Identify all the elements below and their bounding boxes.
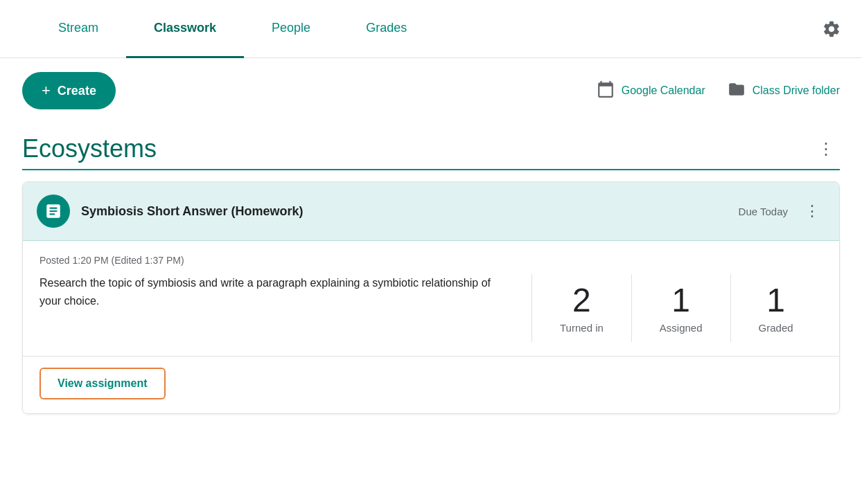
tab-grades[interactable]: Grades <box>338 0 434 58</box>
top-nav: Stream Classwork People Grades <box>0 0 862 58</box>
assignment-icon <box>37 195 70 228</box>
graded-label: Graded <box>759 322 793 334</box>
assignment-title: Symbiosis Short Answer (Homework) <box>81 204 733 219</box>
view-assignment-row: View assignment <box>23 357 839 413</box>
stat-assigned[interactable]: 1 Assigned <box>632 274 731 342</box>
turned-in-number: 2 <box>572 282 591 319</box>
tab-classwork[interactable]: Classwork <box>126 0 244 58</box>
stat-turned-in[interactable]: 2 Turned in <box>532 274 632 342</box>
create-button[interactable]: + Create <box>22 72 116 109</box>
tab-grades-label: Grades <box>366 21 407 35</box>
toolbar: + Create Google Calendar Class Drive fol… <box>0 58 862 123</box>
stat-graded[interactable]: 1 Graded <box>731 274 821 342</box>
create-label: Create <box>58 84 96 98</box>
main-content: Ecosystems ⋮ Symbiosis Short Answer (Hom… <box>0 123 862 414</box>
due-label: Due Today <box>739 206 788 217</box>
assigned-number: 1 <box>671 282 690 319</box>
graded-number: 1 <box>766 282 785 319</box>
nav-tabs: Stream Classwork People Grades <box>17 0 818 58</box>
stats-row: 2 Turned in 1 Assigned 1 Graded <box>531 274 823 342</box>
posted-time: Posted 1:20 PM (Edited 1:37 PM) <box>39 255 823 266</box>
assigned-label: Assigned <box>660 322 703 334</box>
assignment-content: Research the topic of symbiosis and writ… <box>39 274 823 342</box>
calendar-icon <box>597 80 615 101</box>
google-calendar-link[interactable]: Google Calendar <box>597 80 705 101</box>
calendar-label: Google Calendar <box>622 84 705 97</box>
turned-in-label: Turned in <box>560 322 604 334</box>
drive-label: Class Drive folder <box>753 84 840 97</box>
section-header: Ecosystems ⋮ <box>22 123 840 170</box>
view-assignment-label: View assignment <box>58 377 148 389</box>
section-more-button[interactable]: ⋮ <box>812 136 840 161</box>
section-title: Ecosystems <box>22 134 812 163</box>
settings-button[interactable] <box>818 15 845 43</box>
assignment-card: Symbiosis Short Answer (Homework) Due To… <box>22 181 840 414</box>
folder-icon <box>728 80 746 101</box>
assignment-header[interactable]: Symbiosis Short Answer (Homework) Due To… <box>23 182 839 241</box>
toolbar-right: Google Calendar Class Drive folder <box>597 80 840 101</box>
view-assignment-button[interactable]: View assignment <box>39 368 166 399</box>
tab-people[interactable]: People <box>244 0 338 58</box>
create-plus-icon: + <box>42 82 51 100</box>
assignment-body: Posted 1:20 PM (Edited 1:37 PM) Research… <box>23 241 839 356</box>
tab-stream[interactable]: Stream <box>30 0 126 58</box>
assignment-description: Research the topic of symbiosis and writ… <box>39 274 531 309</box>
assignment-more-button[interactable]: ⋮ <box>799 199 825 223</box>
tab-stream-label: Stream <box>58 21 98 35</box>
class-drive-link[interactable]: Class Drive folder <box>728 80 840 101</box>
tab-people-label: People <box>272 21 310 35</box>
tab-classwork-label: Classwork <box>154 21 216 35</box>
